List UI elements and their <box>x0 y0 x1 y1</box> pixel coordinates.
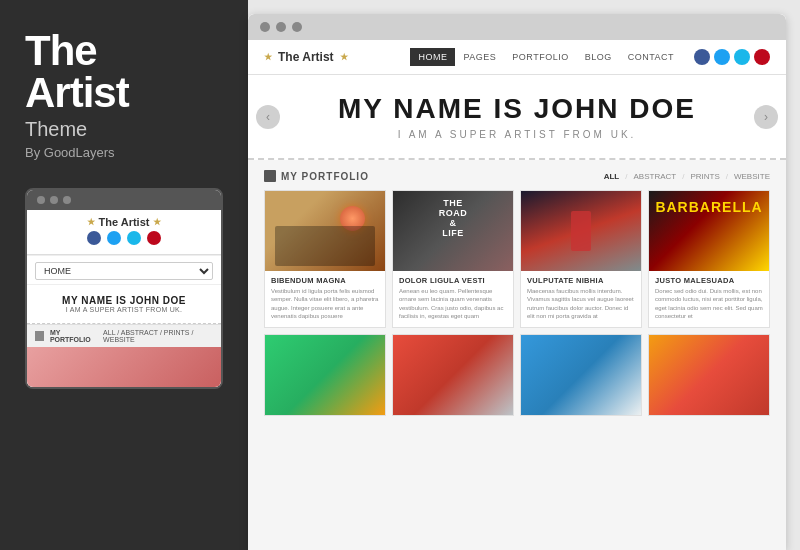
portfolio-item-5[interactable] <box>264 334 386 416</box>
mobile-dot-1 <box>37 196 45 204</box>
portfolio-title-icon <box>264 170 276 182</box>
portfolio-item-3-text: Maecenas faucibus mollis interdum. Vivam… <box>527 287 635 321</box>
mobile-portfolio-bar: MY PORTFOLIO ALL / ABSTRACT / PRINTS / W… <box>27 324 221 347</box>
portfolio-item-1-title: BIBENDUM MAGNA <box>271 276 379 285</box>
nav-pages[interactable]: PAGES <box>455 48 504 66</box>
portfolio-item-2-title: DOLOR LIGULA VESTI <box>399 276 507 285</box>
site-twitter-icon <box>714 49 730 65</box>
mobile-nav: HOME <box>27 255 221 284</box>
portfolio-grid: BIBENDUM MAGNA Vestibulum id ligula port… <box>264 190 770 328</box>
portfolio-section: MY PORTFOLIO ALL / ABSTRACT / PRINTS / W… <box>248 160 786 416</box>
mobile-portfolio-image <box>27 347 221 387</box>
portfolio-item-3-title: VULPUTATE NIBHIA <box>527 276 635 285</box>
portfolio-item-1-text: Vestibulum id ligula porta felis euismod… <box>271 287 379 321</box>
site-hero: ‹ MY NAME IS JOHN DOE I AM A SUPER ARTIS… <box>248 75 786 160</box>
portfolio-item-4-title: JUSTO MALESUADA <box>655 276 763 285</box>
nav-home[interactable]: HOME <box>410 48 455 66</box>
browser-area: ★ The Artist ★ HOME PAGES PORTFOLIO BLOG… <box>248 0 800 550</box>
barbarella-text: BARBARELLA <box>655 199 762 215</box>
portfolio-title: MY PORTFOLIO <box>264 170 369 182</box>
browser-titlebar <box>248 14 786 40</box>
mobile-social-icons <box>37 228 211 248</box>
main-nav: HOME PAGES PORTFOLIO BLOG CONTACT <box>410 48 682 66</box>
portfolio-item-3[interactable]: VULPUTATE NIBHIA Maecenas faucibus molli… <box>520 190 642 328</box>
mobile-portfolio-filters: ALL / ABSTRACT / PRINTS / WEBSITE <box>103 329 213 343</box>
mobile-twitter-icon <box>107 231 121 245</box>
browser-window: ★ The Artist ★ HOME PAGES PORTFOLIO BLOG… <box>248 14 786 550</box>
portfolio-caption-2: DOLOR LIGULA VESTI Aenean eu leo quam. P… <box>393 271 513 327</box>
portfolio-caption-3: VULPUTATE NIBHIA Maecenas faucibus molli… <box>521 271 641 327</box>
site-star-left-icon: ★ <box>264 52 272 62</box>
mobile-body: ★ The Artist ★ HOME MY NAME IS JOHN DOE <box>27 210 221 387</box>
mobile-facebook-icon <box>87 231 101 245</box>
portfolio-filters: ALL / ABSTRACT / PRINTS / WEBSITE <box>604 172 770 181</box>
mobile-dot-3 <box>63 196 71 204</box>
portfolio-item-4[interactable]: BARBARELLA JUSTO MALESUADA Donec sed odi… <box>648 190 770 328</box>
portfolio-item-8[interactable] <box>648 334 770 416</box>
portfolio-img-6 <box>393 335 513 415</box>
hero-next-button[interactable]: › <box>754 105 778 129</box>
rocket-decoration <box>571 211 591 251</box>
nav-contact[interactable]: CONTACT <box>620 48 682 66</box>
portfolio-grid-row2 <box>264 334 770 416</box>
filter-sep-3: / <box>726 172 728 181</box>
sidebar: The Artist Theme By GoodLayers ★ The Art… <box>0 0 248 550</box>
portfolio-img-3 <box>521 191 641 271</box>
portfolio-img-8 <box>649 335 769 415</box>
site-facebook-icon <box>694 49 710 65</box>
browser-dot-3 <box>292 22 302 32</box>
sidebar-theme-title: The Artist <box>25 30 223 114</box>
mobile-vimeo-icon <box>127 231 141 245</box>
mobile-portfolio-icon <box>35 331 44 341</box>
mobile-dot-2 <box>50 196 58 204</box>
nav-portfolio[interactable]: PORTFOLIO <box>504 48 576 66</box>
road-life-text: THEROAD&LIFE <box>439 199 468 239</box>
filter-sep-2: / <box>682 172 684 181</box>
portfolio-img-2: THEROAD&LIFE <box>393 191 513 271</box>
figures-decoration <box>275 226 375 266</box>
portfolio-item-2-text: Aenean eu leo quam. Pellentesque ornare … <box>399 287 507 321</box>
mobile-hero-title: MY NAME IS JOHN DOE <box>37 295 211 306</box>
site-pinterest-icon <box>754 49 770 65</box>
nav-blog[interactable]: BLOG <box>577 48 620 66</box>
portfolio-item-1[interactable]: BIBENDUM MAGNA Vestibulum id ligula port… <box>264 190 386 328</box>
site-social-icons <box>694 49 770 65</box>
sidebar-author: By GoodLayers <box>25 145 223 160</box>
hero-prev-button[interactable]: ‹ <box>256 105 280 129</box>
portfolio-img-4: BARBARELLA <box>649 191 769 271</box>
portfolio-img-1 <box>265 191 385 271</box>
site-vimeo-icon <box>734 49 750 65</box>
mobile-site-header: ★ The Artist ★ <box>27 210 221 255</box>
portfolio-caption-4: JUSTO MALESUADA Donec sed odio dui. Duis… <box>649 271 769 327</box>
portfolio-img-7 <box>521 335 641 415</box>
portfolio-item-4-text: Donec sed odio dui. Duis mollis, est non… <box>655 287 763 321</box>
site-wrapper: ★ The Artist ★ HOME PAGES PORTFOLIO BLOG… <box>248 40 786 550</box>
portfolio-caption-1: BIBENDUM MAGNA Vestibulum id ligula port… <box>265 271 385 327</box>
browser-dot-2 <box>276 22 286 32</box>
browser-content: ★ The Artist ★ HOME PAGES PORTFOLIO BLOG… <box>248 40 786 550</box>
site-nav: ★ The Artist ★ HOME PAGES PORTFOLIO BLOG… <box>248 40 786 75</box>
star-right-icon: ★ <box>153 217 161 227</box>
mobile-nav-select[interactable]: HOME <box>35 262 213 280</box>
mobile-hero-sub: I AM A SUPER ARTIST FROM UK. <box>37 306 211 313</box>
site-title: The Artist <box>278 50 334 64</box>
mobile-pinterest-icon <box>147 231 161 245</box>
hero-subtitle: I AM A SUPER ARTIST FROM UK. <box>264 129 770 140</box>
filter-sep-1: / <box>625 172 627 181</box>
star-left-icon: ★ <box>87 217 95 227</box>
mobile-titlebar <box>27 190 221 210</box>
filter-prints[interactable]: PRINTS <box>690 172 719 181</box>
portfolio-item-6[interactable] <box>392 334 514 416</box>
portfolio-img-5 <box>265 335 385 415</box>
mobile-portfolio-label: MY PORTFOLIO <box>50 329 97 343</box>
site-nav-logo: ★ The Artist ★ <box>264 50 348 64</box>
filter-abstract[interactable]: ABSTRACT <box>634 172 677 181</box>
mobile-preview: ★ The Artist ★ HOME MY NAME IS JOHN DOE <box>25 188 223 389</box>
filter-website[interactable]: WEBSITE <box>734 172 770 181</box>
filter-all[interactable]: ALL <box>604 172 620 181</box>
site-star-right-icon: ★ <box>340 52 348 62</box>
portfolio-item-2[interactable]: THEROAD&LIFE DOLOR LIGULA VESTI Aenean e… <box>392 190 514 328</box>
mobile-hero: MY NAME IS JOHN DOE I AM A SUPER ARTIST … <box>27 284 221 324</box>
portfolio-item-7[interactable] <box>520 334 642 416</box>
browser-dot-1 <box>260 22 270 32</box>
